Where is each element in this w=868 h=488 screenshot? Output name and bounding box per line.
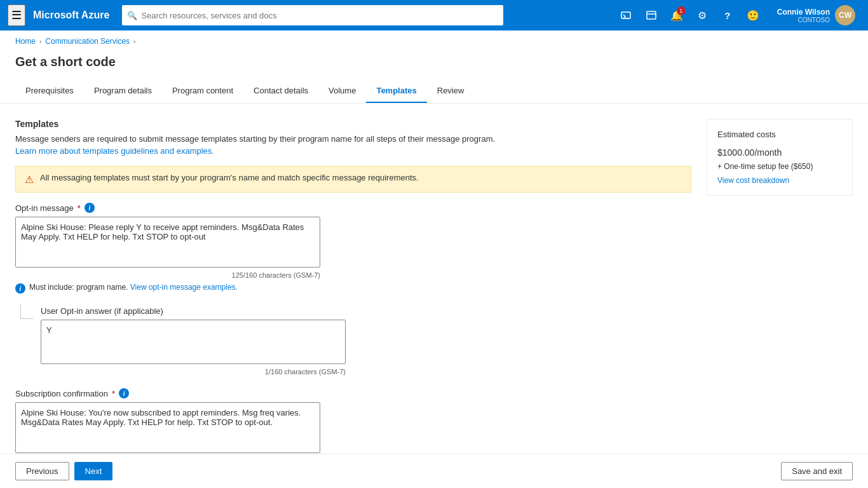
previous-button[interactable]: Previous	[15, 462, 69, 480]
directory-button[interactable]	[640, 4, 663, 27]
hamburger-menu-button[interactable]: ☰	[8, 4, 25, 26]
user-optin-label: User Opt-in answer (if applicable)	[41, 306, 163, 316]
avatar-initials: CW	[839, 11, 851, 20]
cost-amount: $1000.00/month	[717, 143, 842, 159]
help-button[interactable]: ?	[716, 4, 739, 27]
subscription-info-icon: i	[119, 388, 129, 398]
opt-in-examples-link[interactable]: View opt-in message examples.	[130, 283, 238, 292]
section-description: Message senders are required to submit m…	[15, 134, 691, 144]
settings-button[interactable]: ⚙	[691, 4, 714, 27]
subscription-label: Subscription confirmation	[15, 389, 108, 398]
opt-in-label: Opt-in message	[15, 203, 74, 213]
user-optin-group: User Opt-in answer (if applicable) Y 1/1…	[15, 306, 691, 376]
section-heading: Templates	[15, 119, 691, 129]
subscription-required-indicator: *	[112, 389, 115, 398]
cost-breakdown-link[interactable]: View cost breakdown	[717, 176, 842, 185]
opt-in-message-group: Opt-in message * i Alpine Ski House: Ple…	[15, 203, 691, 294]
search-icon: 🔍	[127, 11, 137, 20]
avatar: CW	[835, 5, 855, 25]
tab-prerequisites[interactable]: Prerequisites	[15, 79, 84, 103]
bottom-bar: Previous Next Save and exit	[0, 454, 868, 488]
notifications-badge: 1	[677, 6, 686, 15]
feedback-button[interactable]: 🙂	[742, 4, 764, 27]
hamburger-icon: ☰	[11, 9, 22, 22]
help-icon: ?	[724, 10, 730, 21]
notifications-button[interactable]: 🔔 1	[665, 4, 688, 27]
opt-in-hint-text: Must include: program name. View opt-in …	[29, 283, 238, 292]
tab-templates[interactable]: Templates	[366, 79, 426, 103]
breadcrumb-sep-2: ›	[133, 38, 135, 45]
tab-review[interactable]: Review	[427, 79, 475, 103]
cloud-shell-icon	[620, 10, 632, 21]
warning-box: ⚠ All messaging templates must start by …	[15, 166, 691, 193]
next-button[interactable]: Next	[74, 462, 113, 480]
directory-icon	[646, 10, 657, 21]
svg-rect-2	[647, 11, 656, 19]
tab-contact-details[interactable]: Contact details	[243, 79, 318, 103]
opt-in-info-icon: i	[85, 203, 95, 213]
top-navigation: ☰ Microsoft Azure 🔍 🔔 1 ⚙ ?	[0, 0, 868, 30]
cost-setup-fee: + One-time setup fee ($650)	[717, 162, 842, 171]
user-info: Connie Wilson CONTOSO	[777, 8, 830, 24]
tab-program-details[interactable]: Program details	[84, 79, 162, 103]
breadcrumb-communication-services[interactable]: Communication Services	[45, 37, 130, 46]
topnav-icons: 🔔 1 ⚙ ? 🙂	[614, 4, 764, 27]
breadcrumb-home[interactable]: Home	[15, 37, 36, 46]
main-content: Templates Message senders are required t…	[0, 104, 868, 488]
page-title: Get a short code	[0, 52, 868, 79]
user-menu[interactable]: Connie Wilson CONTOSO CW	[772, 3, 860, 28]
opt-in-char-count: 125/160 characters (GSM-7)	[15, 271, 320, 279]
warning-icon: ⚠	[25, 173, 34, 186]
cost-card-title: Estimated costs	[717, 130, 842, 139]
opt-in-hint-icon: i	[15, 283, 25, 294]
svg-rect-0	[621, 12, 630, 18]
cloud-shell-button[interactable]	[614, 4, 637, 27]
sidebar: Estimated costs $1000.00/month + One-tim…	[707, 119, 853, 488]
save-exit-button[interactable]: Save and exit	[781, 462, 853, 480]
search-box: 🔍	[122, 5, 503, 25]
feedback-icon: 🙂	[747, 10, 759, 22]
opt-in-hint: i Must include: program name. View opt-i…	[15, 283, 320, 294]
gear-icon: ⚙	[698, 10, 707, 22]
breadcrumb-sep-1: ›	[39, 38, 41, 45]
search-input[interactable]	[141, 11, 498, 20]
user-optin-char-count: 1/160 characters (GSM-7)	[41, 368, 346, 376]
warning-text: All messaging templates must start by yo…	[40, 173, 419, 182]
user-org: CONTOSO	[798, 17, 830, 24]
tab-program-content[interactable]: Program content	[162, 79, 243, 103]
form-area: Templates Message senders are required t…	[15, 119, 691, 488]
opt-in-textarea[interactable]: Alpine Ski House: Please reply Y to rece…	[15, 217, 320, 268]
subscription-textarea[interactable]: Alpine Ski House: You're now subscribed …	[15, 402, 320, 453]
cost-period: /month	[754, 147, 782, 158]
user-name: Connie Wilson	[777, 8, 830, 17]
brand-name: Microsoft Azure	[33, 10, 109, 21]
user-optin-textarea[interactable]: Y	[41, 320, 346, 364]
opt-in-required-indicator: *	[78, 203, 81, 213]
tabs-nav: Prerequisites Program details Program co…	[0, 79, 868, 104]
cost-card: Estimated costs $1000.00/month + One-tim…	[707, 119, 853, 196]
learn-more-link[interactable]: Learn more about templates guidelines an…	[15, 146, 214, 156]
tab-volume[interactable]: Volume	[318, 79, 366, 103]
breadcrumb: Home › Communication Services ›	[0, 30, 868, 52]
